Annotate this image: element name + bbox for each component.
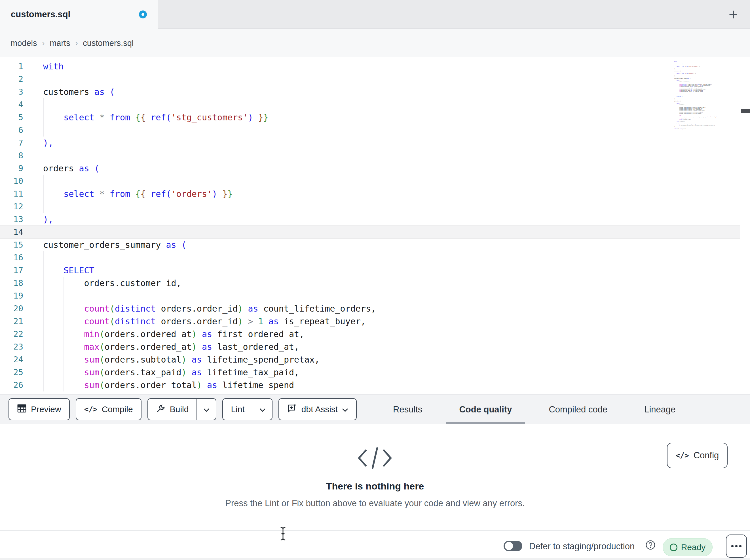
build-dropdown-arrow[interactable] (197, 399, 216, 420)
code-line[interactable]: 6 (0, 124, 740, 137)
breadcrumb-item[interactable]: customers.sql (83, 39, 134, 48)
assist-chat-icon (287, 403, 297, 416)
compile-button[interactable]: </> Compile (76, 398, 141, 420)
tab-bar: customers.sql + (0, 0, 750, 28)
indent-guide (43, 251, 44, 264)
line-number: 22 (0, 328, 23, 340)
minimap[interactable]: with customers as ( select * from {{ ref… (674, 61, 719, 130)
code-line[interactable]: 8 (0, 149, 740, 162)
preview-button[interactable]: Preview (8, 398, 70, 420)
code-line[interactable]: 23 max(orders.ordered_at) as last_ordere… (0, 340, 740, 353)
indent-guide (43, 290, 44, 302)
line-number: 1 (0, 60, 23, 73)
line-number: 19 (0, 290, 23, 302)
empty-state-subtitle: Press the Lint or Fix button above to ev… (0, 498, 750, 509)
line-number: 14 (0, 226, 23, 238)
code-line[interactable]: 10 (0, 175, 740, 188)
code-line[interactable]: 18 orders.customer_id, (0, 277, 740, 290)
chevron-down-icon (203, 405, 210, 414)
tab-title: customers.sql (11, 9, 70, 20)
line-number: 5 (0, 111, 23, 124)
indent-guide (43, 124, 44, 137)
code-line[interactable]: 17 SELECT (0, 264, 740, 277)
code-line[interactable]: 4 (0, 98, 740, 111)
breadcrumb: models›marts›customers.sql (11, 29, 134, 57)
panel-tab-lineage[interactable]: Lineage (631, 395, 689, 424)
code-line[interactable]: 7), (0, 137, 740, 149)
panel-tab-results[interactable]: Results (380, 395, 435, 424)
bottom-strip (0, 558, 750, 560)
code-line[interactable]: 16 (0, 251, 740, 264)
lint-button[interactable]: Lint (223, 399, 252, 420)
code-line[interactable]: 9orders as ( (0, 162, 740, 175)
code-line[interactable]: 24 sum(orders.subtotal) as lifetime_spen… (0, 353, 740, 366)
status-bar: Defer to staging/production Ready (0, 530, 750, 558)
more-options-button[interactable] (726, 535, 747, 558)
defer-toggle[interactable] (504, 541, 522, 551)
code-line[interactable]: 22 min(orders.ordered_at) as first_order… (0, 328, 740, 340)
editor-toolbar: Preview </> Compile Build (8, 398, 357, 420)
chevron-down-icon (342, 405, 348, 414)
code-line[interactable]: 1with (0, 60, 740, 73)
code-line[interactable]: 20 count(distinct orders.order_id) as co… (0, 302, 740, 315)
breadcrumb-item[interactable]: marts (50, 39, 70, 48)
line-number: 25 (0, 366, 23, 379)
dbt-assist-button[interactable]: dbt Assist (278, 398, 357, 420)
code-line[interactable]: 15customer_orders_summary as ( (0, 238, 740, 251)
code-icon: </> (84, 405, 98, 414)
code-line[interactable]: 25 sum(orders.tax_paid) as lifetime_tax_… (0, 366, 740, 379)
tab-customers-sql[interactable]: customers.sql (0, 0, 158, 29)
empty-state: There is nothing here Press the Lint or … (0, 424, 750, 530)
preview-label: Preview (31, 405, 61, 414)
line-number: 4 (0, 98, 23, 111)
lint-split-button: Lint (222, 398, 272, 420)
config-label: Config (694, 450, 719, 461)
status-badge-ready[interactable]: Ready (663, 538, 713, 556)
build-button[interactable]: Build (148, 399, 197, 420)
line-number: 6 (0, 124, 23, 137)
line-number: 12 (0, 200, 23, 213)
code-editor[interactable]: 1with23customers as (45 select * from {{… (0, 57, 750, 394)
breadcrumb-separator: › (42, 39, 45, 47)
breadcrumb-row: models›marts›customers.sql Save (0, 29, 750, 57)
code-line[interactable]: 11 select * from {{ ref('orders') }} (0, 188, 740, 200)
code-quality-panel: There is nothing here Press the Lint or … (0, 424, 750, 530)
indent-guide (43, 98, 44, 111)
toolbar-tabs-divider (376, 395, 376, 424)
help-icon[interactable] (645, 540, 656, 551)
line-number: 2 (0, 73, 23, 86)
code-text: orders as ( (43, 162, 100, 175)
new-tab-button[interactable]: + (722, 5, 745, 24)
code-text: ), (43, 137, 53, 149)
code-line[interactable]: 19 (0, 290, 740, 302)
breadcrumb-item[interactable]: models (11, 39, 37, 48)
lint-dropdown-arrow[interactable] (253, 399, 272, 420)
code-line[interactable]: 3customers as ( (0, 86, 740, 98)
panel-tabs: ResultsCode qualityCompiled codeLineage (380, 395, 689, 424)
indent-guide (63, 290, 64, 302)
code-line[interactable]: 2 (0, 73, 740, 86)
editor-scrollbar-thumb[interactable] (741, 109, 750, 113)
code-line[interactable]: 21 count(distinct orders.order_id) > 1 a… (0, 315, 740, 328)
panel-tab-compiled-code[interactable]: Compiled code (536, 395, 620, 424)
line-number: 21 (0, 315, 23, 328)
code-line[interactable]: 5 select * from {{ ref('stg_customers') … (0, 111, 740, 124)
line-number: 11 (0, 188, 23, 200)
code-line[interactable]: 12 (0, 200, 740, 213)
ready-label: Ready (681, 542, 706, 552)
code-text: count(distinct orders.order_id) > 1 as i… (43, 315, 366, 328)
line-number: 3 (0, 86, 23, 98)
code-icon: </> (676, 451, 689, 460)
line-number: 8 (0, 149, 23, 162)
indent-guide (43, 175, 44, 188)
assist-label: dbt Assist (301, 405, 338, 414)
empty-state-title: There is nothing here (0, 481, 750, 492)
code-line[interactable]: 13), (0, 213, 740, 226)
panel-tab-code-quality[interactable]: Code quality (446, 395, 525, 424)
code-text: min(orders.ordered_at) as first_ordered_… (43, 328, 304, 340)
code-text: with (43, 60, 63, 73)
code-line[interactable]: 26 sum(orders.order_total) as lifetime_s… (0, 379, 740, 392)
code-line[interactable]: 14 (0, 226, 740, 238)
config-button[interactable]: </> Config (667, 443, 728, 468)
line-number: 7 (0, 137, 23, 149)
